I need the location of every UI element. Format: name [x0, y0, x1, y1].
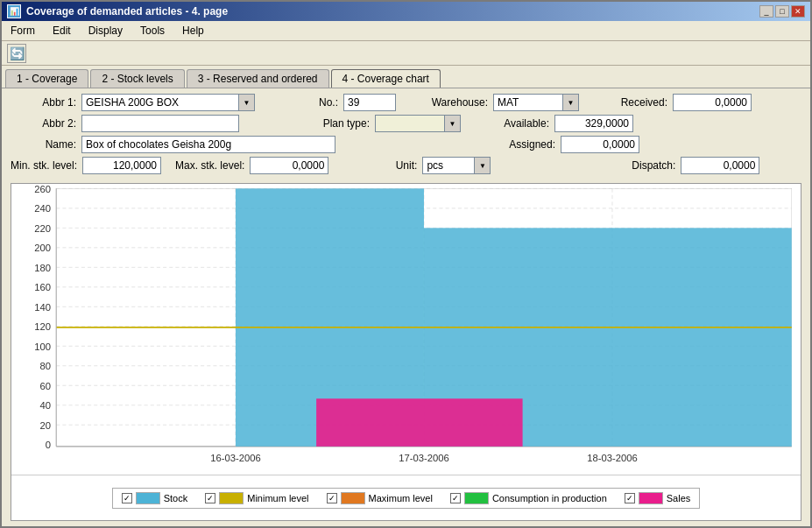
form-section: Abbr 1: ▼ No.: Warehouse: ▼ Received: Ab… [2, 88, 810, 183]
legend-min-color [219, 492, 244, 504]
title-bar: 📊 Coverage of demanded articles - 4. pag… [2, 2, 810, 21]
abbr1-input[interactable] [81, 94, 239, 111]
legend-item-min-level: ✓ Minimum level [205, 492, 308, 504]
unit-label: Unit: [351, 159, 417, 172]
svg-text:240: 240 [34, 203, 51, 214]
abbr2-input[interactable] [81, 115, 239, 132]
svg-text:60: 60 [40, 380, 52, 391]
svg-text:160: 160 [34, 282, 51, 292]
available-label: Available: [484, 117, 549, 130]
svg-text:20: 20 [40, 419, 52, 430]
legend-stock-label: Stock [164, 493, 188, 503]
legend-item-stock: ✓ Stock [122, 492, 188, 504]
assigned-input[interactable] [561, 136, 639, 153]
chart-legend: ✓ Stock ✓ Minimum level ✓ Maximum level [11, 475, 801, 520]
form-row-1: Abbr 1: ▼ No.: Warehouse: ▼ Received: [11, 94, 801, 111]
maximize-button[interactable]: □ [775, 5, 789, 18]
min-stk-input[interactable] [82, 157, 161, 174]
legend-consumption-checkbox[interactable]: ✓ [450, 493, 461, 503]
dispatch-label: Dispatch: [610, 159, 675, 172]
svg-text:0: 0 [46, 440, 51, 450]
warehouse-input[interactable] [493, 94, 563, 111]
tab-coverage[interactable]: 1 - Coverage [5, 69, 88, 88]
toolbar: 🔄 [2, 41, 810, 66]
legend-stock-color [136, 492, 160, 504]
svg-text:120: 120 [34, 321, 51, 332]
tabs-container: 1 - Coverage 2 - Stock levels 3 - Reserv… [2, 66, 810, 88]
minimize-button[interactable]: _ [759, 5, 773, 18]
available-input[interactable] [554, 115, 633, 132]
legend-consumption-label: Consumption in production [492, 493, 607, 503]
legend-min-checkbox[interactable]: ✓ [205, 493, 215, 503]
tab-content: Abbr 1: ▼ No.: Warehouse: ▼ Received: Ab… [2, 88, 810, 526]
plan-type-dropdown-arrow[interactable]: ▼ [445, 115, 461, 132]
svg-text:220: 220 [34, 222, 51, 233]
svg-text:18-03-2006: 18-03-2006 [587, 453, 638, 463]
max-stk-input[interactable] [250, 157, 328, 174]
warehouse-dropdown-arrow[interactable]: ▼ [563, 94, 579, 111]
assigned-label: Assigned: [490, 138, 555, 151]
tab-reserved[interactable]: 3 - Reserved and ordered [187, 69, 329, 88]
legend-sales-label: Sales [667, 493, 691, 503]
svg-text:200: 200 [34, 243, 51, 253]
legend-sales-checkbox[interactable]: ✓ [625, 493, 635, 503]
toolbar-action-button[interactable]: 🔄 [7, 44, 26, 63]
min-stk-label: Min. stk. level: [11, 159, 77, 172]
plan-type-label: Plan type: [304, 117, 370, 130]
window-controls: _ □ ✕ [759, 5, 805, 18]
main-window: 📊 Coverage of demanded articles - 4. pag… [0, 0, 812, 528]
name-label: Name: [11, 138, 76, 151]
menu-tools[interactable]: Tools [135, 23, 170, 39]
no-label: No.: [272, 96, 338, 109]
svg-text:260: 260 [34, 184, 51, 194]
received-label: Received: [602, 96, 667, 109]
abbr1-dropdown-arrow[interactable]: ▼ [239, 94, 255, 111]
legend-item-max-level: ✓ Maximum level [327, 492, 433, 504]
abbr1-select-wrapper: ▼ [81, 94, 255, 111]
menu-form[interactable]: Form [5, 23, 40, 39]
svg-rect-34 [316, 398, 522, 447]
legend-sales-color [639, 492, 663, 504]
tab-stock-levels[interactable]: 2 - Stock levels [90, 69, 184, 88]
no-input[interactable] [343, 94, 396, 111]
legend-min-label: Minimum level [247, 493, 308, 503]
legend-consumption-color [464, 492, 489, 504]
abbr2-label: Abbr 2: [11, 117, 76, 130]
menu-help[interactable]: Help [177, 23, 209, 39]
svg-text:180: 180 [34, 262, 51, 272]
legend-item-sales: ✓ Sales [625, 492, 691, 504]
chart-inner: 260 240 220 200 180 160 140 120 100 80 6… [11, 184, 801, 475]
form-row-3: Name: Assigned: [11, 136, 801, 153]
svg-text:100: 100 [34, 341, 51, 351]
name-input[interactable] [81, 136, 335, 153]
svg-text:17-03-2006: 17-03-2006 [399, 453, 449, 463]
form-row-2: Abbr 2: Plan type: ▼ Available: [11, 115, 801, 132]
svg-text:40: 40 [40, 400, 52, 411]
legend-stock-checkbox[interactable]: ✓ [122, 493, 132, 503]
svg-text:16-03-2006: 16-03-2006 [210, 453, 261, 463]
form-row-4: Min. stk. level: Max. stk. level: Unit: … [11, 157, 801, 174]
menu-edit[interactable]: Edit [47, 23, 76, 39]
warehouse-label: Warehouse: [422, 96, 488, 109]
received-input[interactable] [673, 94, 752, 111]
unit-dropdown-arrow[interactable]: ▼ [475, 157, 491, 174]
legend-max-label: Maximum level [369, 493, 433, 503]
dispatch-input[interactable] [681, 157, 759, 174]
app-icon: 📊 [7, 4, 21, 18]
menu-display[interactable]: Display [83, 23, 128, 39]
legend-max-color [341, 492, 365, 504]
window-title: Coverage of demanded articles - 4. page [26, 5, 228, 18]
svg-text:80: 80 [40, 361, 52, 371]
svg-text:140: 140 [34, 301, 51, 312]
close-button[interactable]: ✕ [791, 5, 805, 18]
chart-svg: 260 240 220 200 180 160 140 120 100 80 6… [11, 184, 801, 475]
legend-item-consumption: ✓ Consumption in production [450, 492, 607, 504]
menu-bar: Form Edit Display Tools Help [2, 21, 810, 41]
legend-max-checkbox[interactable]: ✓ [327, 493, 337, 503]
unit-input[interactable] [422, 157, 475, 174]
plan-type-input[interactable] [375, 115, 445, 132]
chart-area: 260 240 220 200 180 160 140 120 100 80 6… [11, 183, 801, 521]
tab-coverage-chart[interactable]: 4 - Coverage chart [331, 69, 441, 88]
legend-box: ✓ Stock ✓ Minimum level ✓ Maximum level [112, 488, 701, 509]
max-stk-label: Max. stk. level: [175, 159, 244, 172]
